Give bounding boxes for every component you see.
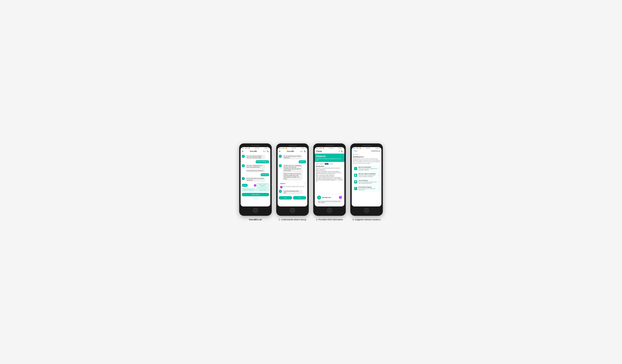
chat1-symptom-hoarse[interactable]: Hoarse Voice [256,188,269,191]
phone4-service-text-0: Hair loss information Advice and informa… [358,167,377,171]
phone4-service-card-0[interactable]: ℹ Hair loss information Advice and infor… [353,166,380,172]
phone1-phone-icon[interactable]: 📞 [267,150,269,152]
phone4-service-icon-1: 📋 [354,174,357,177]
phone4-back-chevron-icon[interactable]: ‹ [353,150,353,152]
phone4-service-icon-2: 💬 [354,180,357,183]
chat1-avatar3: ✦ [242,177,245,180]
phone4-status-right: * 100% 🔋 [375,148,380,149]
phone1-status-time: 4:21 PM [255,148,259,149]
chat2-card-chevron-icon: › [305,183,305,184]
phone4-page-title: HealthExpress [371,150,380,152]
phone4-service-icon-3: 💊 [354,187,357,190]
chat1-bubble2: Ok Anna, I understand you have hair loss… [246,164,265,169]
phone3-types-title: Types of hair loss [316,169,343,171]
chat2-card-body: Alopecia is the general medical term for… [279,185,306,188]
chat2-alopecia-card[interactable]: Alopecia › Alopecia is the general medic… [279,182,306,188]
phone3-label: 2. Provides NHS information [316,218,343,221]
phone1-status-left: ●●●○○ BELL 🛜 [242,148,250,149]
phone2-home-btn[interactable] [290,208,295,213]
phone3-share-icon[interactable]: ⬆ [339,150,340,152]
phone3-tap-dot-wrapper [339,196,342,199]
phone3-nhs-badge: content supplied by NHS choices [316,163,343,165]
phone4-status-time: 4:21 PM [366,148,370,149]
chat2-yes-btn[interactable]: Yes [279,196,292,200]
chat2-question-row: ✦ Does this information help you? [279,190,306,194]
phone2-status-time: 4:21 PM [292,148,296,149]
phone4-service-title-0: Hair loss information [358,167,377,168]
chat1-symptom-itchy-wrapper: Itchy skin [242,183,255,188]
phone2: ●●●○○ BELL 🛜 4:21 PM * 100% 🔋 ≡ Your.MD … [276,143,309,216]
phone4-screen: ●●●○○ BELL 🛜 4:21 PM * 100% 🔋 ‹ Back Hea… [352,147,381,207]
phone3-popup-arrow-icon: › [340,201,341,203]
phone4-service-card-2[interactable]: 💬 Live Assistance Discuss your medical o… [353,179,380,185]
phone1-menu-icon[interactable]: ≡ [242,150,243,153]
phone4-back-label[interactable]: Back [354,150,357,152]
phone2-app-header: ≡ Your.MD A-Z 📞 [278,149,307,153]
phone3-popup-title: Get help now [322,197,331,198]
phone3-popup-icon: 🛈 [317,195,321,200]
phone3-nhs-title: Alopecia [316,155,343,157]
phone3-phone-icon[interactable]: 📞 [341,150,343,152]
phone4-service-card-3[interactable]: 💊 Prescription Propecia Read more about … [353,185,380,192]
chat1-avatar1: ✦ [242,155,245,158]
phone1-home-btn[interactable] [253,208,258,213]
phone3-popup-arrow-row[interactable]: We've found services that can help you w… [317,200,342,204]
phone4-service-desc-3: Read more about how Propecia can treat h… [358,188,377,191]
chat1-none-btn[interactable]: None of these [242,193,269,196]
phone4-service-chevron-2: › [378,181,379,183]
phone4-provider-name: HealthExpress [352,155,381,158]
phone3-notch [325,145,334,146]
phone2-notch [288,145,297,146]
phone3-badge-nhs: NHS [325,163,328,165]
phone2-col: ●●●○○ BELL 🛜 4:21 PM * 100% 🔋 ≡ Your.MD … [276,143,309,221]
phone1-az-icon[interactable]: A-Z [263,151,266,152]
phone4-service-title-2: Live Assistance [358,180,377,181]
phone4-back-header: ‹ Back HealthExpress [352,149,381,153]
chat2-avatar3: ✦ [279,190,282,193]
phone4-service-card-1[interactable]: 📋 Hair loss online consultation Access f… [353,172,380,178]
phone2-screen: ●●●○○ BELL 🛜 4:21 PM * 100% 🔋 ≡ Your.MD … [278,147,307,207]
phone3-close-btn[interactable]: Close [316,150,322,153]
phone3-header-icons: ⬆ 📞 [339,150,343,152]
phone3-col: ●●●○○ BELL 🛜 4:21 PM * 100% 🔋 Close ⬆ 📞 … [313,143,346,221]
phone4-status-left: ●●●○○ BELL 🛜 [353,148,361,149]
phone4-service-text-1: Hair loss online consultation Access fre… [358,173,377,177]
phone1-header-icons: A-Z 📞 [263,150,269,152]
phone4-services-body: SERVICES HealthExpress HealthExpress is … [352,153,381,207]
phone3: ●●●○○ BELL 🛜 4:21 PM * 100% 🔋 Close ⬆ 📞 … [313,143,346,216]
phone1-status-bar: ●●●○○ BELL 🛜 4:21 PM * 100% 🔋 [241,147,270,149]
phone4-service-desc-2: Discuss your medical or technical issue … [358,181,377,184]
chat2-msg1: ✦ Do you also have any of these symptoms… [279,155,306,159]
chat2-question-bubble: Does this information help you? [283,190,302,194]
chat1-bubble1: OK Anna, let's get started! How can I he… [246,155,265,159]
phone2-az-icon[interactable]: A-Z [300,151,303,152]
chat1-symptom-concentrate[interactable]: Unable to concentrate [242,188,255,191]
phone2-app-title: Your.MD [287,150,294,152]
phone4-service-chevron-1: › [378,174,379,176]
chat1-bubble3: How long have you had it for? [246,169,265,172]
phones-container: ●●●○○ BELL 🛜 4:21 PM * 100% 🔋 ≡ Your.MD … [239,143,383,221]
phone3-badge-content-label: content supplied by [316,163,324,164]
phone3-popup-desc: We've found services that can help you w… [318,201,340,203]
phone4-status-bar: ●●●○○ BELL 🛜 4:21 PM * 100% 🔋 [352,147,381,149]
chat1-symptom-pregnant[interactable]: Difficulty getting pregnant [256,183,269,188]
phone3-home-btn[interactable] [327,208,332,213]
phone3-popup-top: 🛈 Get help now [317,195,342,200]
chat2-bubble1: Do you also have any of these symptoms? [283,155,302,159]
phone1-label: Your.MD's AI: [249,218,262,221]
phone2-menu-icon[interactable]: ≡ [279,150,280,153]
chat2-avatar1: ✦ [279,155,282,158]
phone3-get-help-popup[interactable]: ✕ 🛈 Get help now We've found services t [316,194,343,205]
chat2-no-btn[interactable]: No [293,196,306,200]
chat1-symptom-grid: Itchy skin Difficulty getting pregnant U… [242,183,269,192]
tap-dot-2-wrapper [280,186,283,188]
chat2-card-title: Alopecia [280,183,285,184]
chat1-symptom-itchy[interactable]: Itchy skin [242,184,248,187]
phone4-section-label: SERVICES [352,153,381,155]
phone4-home-btn[interactable] [364,208,369,213]
chat2-user-bubble1: Itchy skin [299,160,306,163]
phone2-phone-icon[interactable]: 📞 [304,150,306,152]
chat1-msg3: ✦ Do you also have any of these symptoms… [242,177,269,182]
chat1-user2: Few weeks [242,173,269,176]
chat2-user1: Itchy skin [279,160,306,163]
